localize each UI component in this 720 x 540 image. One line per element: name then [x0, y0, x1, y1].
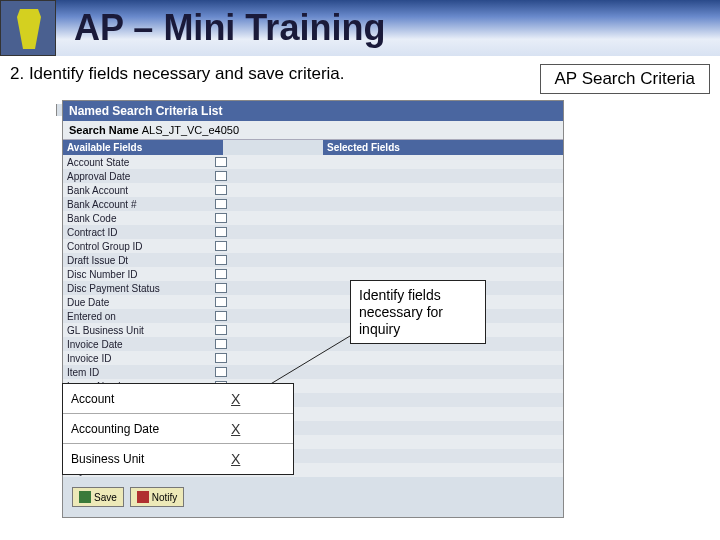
field-checkbox[interactable]: [215, 171, 227, 181]
field-label: Invoice ID: [63, 353, 213, 364]
field-label: Control Group ID: [63, 241, 213, 252]
field-row: Bank Account #: [63, 197, 563, 211]
field-row: Bank Code: [63, 211, 563, 225]
field-checkbox[interactable]: [215, 269, 227, 279]
field-row: Bank Account: [63, 183, 563, 197]
field-label: Account State: [63, 157, 213, 168]
field-checkbox[interactable]: [215, 311, 227, 321]
field-checkbox[interactable]: [215, 283, 227, 293]
search-label: Search Name: [69, 124, 139, 136]
field-checkbox[interactable]: [215, 325, 227, 335]
field-row: Invoice ID: [63, 351, 563, 365]
field-label: Approval Date: [63, 171, 213, 182]
field-label: Disc Number ID: [63, 269, 213, 280]
instruction-text: 2. Identify fields necessary and save cr…: [10, 64, 345, 84]
field-label: Draft Issue Dt: [63, 255, 213, 266]
save-icon: [79, 491, 91, 503]
field-checkbox[interactable]: [215, 241, 227, 251]
field-checkbox[interactable]: [215, 353, 227, 363]
field-checkbox[interactable]: [215, 297, 227, 307]
popout-mark[interactable]: X: [231, 391, 240, 407]
field-row: Disc Payment Status: [63, 281, 563, 295]
logo-image: [0, 0, 56, 56]
slide-title: AP – Mini Training: [74, 7, 385, 49]
field-row: Account State: [63, 155, 563, 169]
field-row: Disc Number ID: [63, 267, 563, 281]
field-label: Bank Account #: [63, 199, 213, 210]
popout-row: Business Unit X: [63, 444, 293, 474]
sub-row: 2. Identify fields necessary and save cr…: [0, 56, 720, 98]
col-available: Available Fields: [63, 140, 223, 155]
popout-mark[interactable]: X: [231, 421, 240, 437]
col-selected: Selected Fields: [323, 140, 563, 155]
search-row: Search Name ALS_JT_VC_e4050: [63, 121, 563, 140]
popout-row: Accounting Date X: [63, 414, 293, 444]
popout-label: Account: [71, 392, 231, 406]
buttons-row: Save Notify: [72, 487, 184, 507]
notify-label: Notify: [152, 492, 178, 503]
window-title: Named Search Criteria List: [63, 101, 563, 121]
slide-header: AP – Mini Training: [0, 0, 720, 56]
field-label: Disc Payment Status: [63, 283, 213, 294]
field-checkbox[interactable]: [215, 339, 227, 349]
field-row: GL Business Unit: [63, 323, 563, 337]
field-row: Invoice Date: [63, 337, 563, 351]
field-label: Invoice Date: [63, 339, 213, 350]
search-value: ALS_JT_VC_e4050: [142, 124, 282, 136]
callout-box: Identify fields necessary for inquiry: [350, 280, 486, 344]
field-label: Bank Account: [63, 185, 213, 196]
field-row: Item ID: [63, 365, 563, 379]
save-label: Save: [94, 492, 117, 503]
notify-button[interactable]: Notify: [130, 487, 185, 507]
notify-icon: [137, 491, 149, 503]
popout-mark[interactable]: X: [231, 451, 240, 467]
columns-header: Available Fields Selected Fields: [63, 140, 563, 155]
title-box: AP – Mini Training: [64, 5, 395, 51]
selected-fields-popout: Account X Accounting Date X Business Uni…: [62, 383, 294, 475]
field-row: Due Date: [63, 295, 563, 309]
field-row: Contract ID: [63, 225, 563, 239]
field-label: Contract ID: [63, 227, 213, 238]
field-row: Control Group ID: [63, 239, 563, 253]
field-label: Entered on: [63, 311, 213, 322]
field-row: Entered on: [63, 309, 563, 323]
field-label: Item ID: [63, 367, 213, 378]
criteria-badge: AP Search Criteria: [540, 64, 710, 94]
popout-label: Business Unit: [71, 452, 231, 466]
field-checkbox[interactable]: [215, 185, 227, 195]
field-checkbox[interactable]: [215, 255, 227, 265]
field-checkbox[interactable]: [215, 367, 227, 377]
popout-label: Accounting Date: [71, 422, 231, 436]
field-label: GL Business Unit: [63, 325, 213, 336]
field-row: Draft Issue Dt: [63, 253, 563, 267]
save-button[interactable]: Save: [72, 487, 124, 507]
field-checkbox[interactable]: [215, 199, 227, 209]
popout-row: Account X: [63, 384, 293, 414]
field-label: Due Date: [63, 297, 213, 308]
field-row: Approval Date: [63, 169, 563, 183]
field-checkbox[interactable]: [215, 227, 227, 237]
field-label: Bank Code: [63, 213, 213, 224]
field-checkbox[interactable]: [215, 157, 227, 167]
field-checkbox[interactable]: [215, 213, 227, 223]
